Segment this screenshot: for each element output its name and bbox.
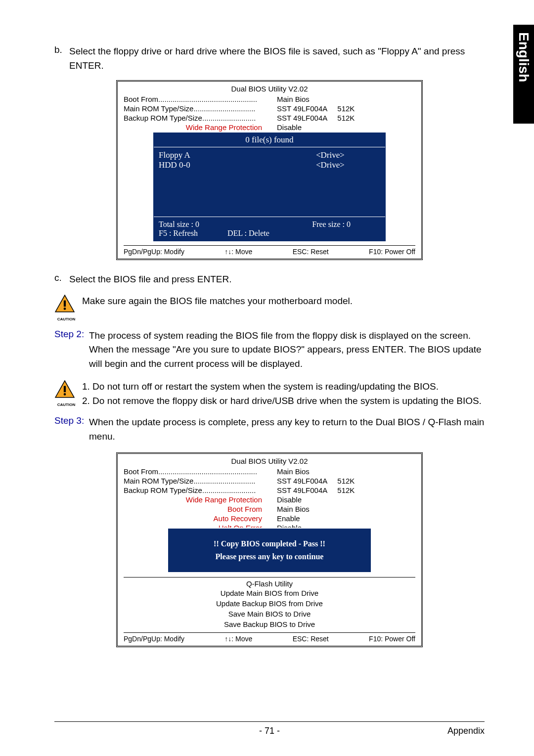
caution-icon: CAUTION bbox=[54, 294, 78, 321]
caution-label: CAUTION bbox=[54, 317, 78, 321]
bios-title: Dual BIOS Utility V2.02 bbox=[124, 85, 415, 93]
bios-footer: PgDn/PgUp: Modify ↑↓: Move ESC: Reset F1… bbox=[124, 632, 415, 643]
qflash-item[interactable]: Save Backup BIOS to Drive bbox=[124, 619, 415, 629]
drive-list-box: 0 file(s) found Floppy A HDD 0-0 <Drive>… bbox=[153, 133, 386, 241]
drive-type: <Drive> bbox=[316, 150, 380, 160]
footer-move[interactable]: ↑↓: Move bbox=[224, 635, 252, 643]
msg-line-2: Please press any key to continue bbox=[178, 552, 361, 561]
caution-text: Make sure again the BIOS file matches yo… bbox=[82, 294, 353, 309]
page-footer: - 71 - Appendix bbox=[54, 721, 485, 736]
main-rom-label: Main ROM Type/Size......................… bbox=[124, 477, 277, 485]
total-size: Total size : 0 bbox=[159, 220, 199, 229]
caution-line-2: 2. Do not remove the floppy disk or hard… bbox=[82, 394, 482, 408]
instruction-letter: c. bbox=[54, 272, 69, 287]
backup-rom-label: Backup ROM Type/Size....................… bbox=[124, 114, 277, 122]
instruction-b: b. Select the floppy drive or hard drive… bbox=[54, 44, 485, 73]
backup-rom-size: 512K bbox=[337, 486, 355, 494]
qflash-title: Q-Flash Utility bbox=[124, 577, 415, 588]
halt-error-label: Halt On Error bbox=[162, 524, 277, 528]
backup-rom-size: 512K bbox=[337, 114, 355, 122]
footer-f10[interactable]: F10: Power Off bbox=[369, 248, 415, 256]
msg-line-1: !! Copy BIOS completed - Pass !! bbox=[178, 539, 361, 548]
completion-message-box: !! Copy BIOS completed - Pass !! Please … bbox=[168, 529, 371, 572]
boot-from-opt-label: Boot From bbox=[162, 505, 277, 513]
step-text: When the update process is complete, pre… bbox=[89, 415, 485, 444]
del-delete[interactable]: DEL : Delete bbox=[227, 229, 269, 238]
bios-title: Dual BIOS Utility V2.02 bbox=[124, 457, 415, 465]
halt-error-value: Disable bbox=[277, 524, 302, 528]
step-label: Step 3: bbox=[54, 415, 89, 444]
drive-item[interactable]: HDD 0-0 bbox=[159, 160, 316, 170]
drive-item[interactable]: Floppy A bbox=[159, 150, 316, 160]
svg-rect-4 bbox=[64, 386, 66, 393]
step-3: Step 3: When the update process is compl… bbox=[54, 415, 485, 444]
auto-recovery-value: Enable bbox=[277, 514, 300, 523]
main-rom-value: SST 49LF004A bbox=[277, 477, 327, 485]
step-label: Step 2: bbox=[54, 329, 89, 371]
language-tab: English bbox=[513, 25, 534, 124]
free-size: Free size : 0 bbox=[312, 220, 351, 229]
main-rom-value: SST 49LF004A bbox=[277, 104, 327, 113]
qflash-item[interactable]: Save Main BIOS to Drive bbox=[124, 609, 415, 619]
main-rom-label: Main ROM Type/Size......................… bbox=[124, 104, 277, 113]
boot-from-opt-value: Main Bios bbox=[277, 505, 310, 513]
files-found-header: 0 file(s) found bbox=[154, 133, 385, 147]
instruction-letter: b. bbox=[54, 44, 69, 73]
auto-recovery-label: Auto Recovery bbox=[162, 514, 277, 523]
page-number: - 71 - bbox=[104, 726, 435, 736]
bios-footer: PgDn/PgUp: Modify ↑↓: Move ESC: Reset F1… bbox=[124, 245, 415, 256]
footer-move[interactable]: ↑↓: Move bbox=[224, 248, 252, 256]
bios-utility-box-2: Dual BIOS Utility V2.02 Boot From.......… bbox=[116, 452, 423, 647]
caution-icon: CAUTION bbox=[54, 380, 78, 407]
caution-2: CAUTION 1. Do not turn off or restart th… bbox=[54, 380, 485, 408]
boot-from-label: Boot From...............................… bbox=[124, 467, 277, 476]
svg-point-5 bbox=[64, 393, 66, 396]
footer-esc[interactable]: ESC: Reset bbox=[293, 635, 329, 643]
step-text: The process of system reading the BIOS f… bbox=[89, 329, 485, 371]
caution-label: CAUTION bbox=[54, 402, 78, 407]
boot-from-label: Boot From...............................… bbox=[124, 95, 277, 103]
step-2: Step 2: The process of system reading th… bbox=[54, 329, 485, 371]
footer-pgup[interactable]: PgDn/PgUp: Modify bbox=[124, 635, 184, 643]
instruction-text: Select the BIOS file and press ENTER. bbox=[69, 272, 231, 287]
backup-rom-value: SST 49LF004A bbox=[277, 114, 327, 122]
main-rom-size: 512K bbox=[337, 477, 355, 485]
drive-type: <Drive> bbox=[316, 160, 380, 170]
svg-rect-1 bbox=[64, 300, 66, 307]
qflash-item[interactable]: Update Main BIOS from Drive bbox=[124, 588, 415, 598]
footer-pgup[interactable]: PgDn/PgUp: Modify bbox=[124, 248, 184, 256]
caution-1: CAUTION Make sure again the BIOS file ma… bbox=[54, 294, 485, 321]
instruction-text: Select the floppy drive or hard drive wh… bbox=[69, 44, 485, 73]
footer-esc[interactable]: ESC: Reset bbox=[293, 248, 329, 256]
instruction-c: c. Select the BIOS file and press ENTER. bbox=[54, 272, 485, 287]
wide-range-value: Disable bbox=[277, 495, 302, 504]
caution-line-1: 1. Do not turn off or restart the system… bbox=[82, 380, 482, 394]
f5-refresh[interactable]: F5 : Refresh bbox=[159, 229, 198, 238]
backup-rom-label: Backup ROM Type/Size....................… bbox=[124, 486, 277, 494]
svg-point-2 bbox=[64, 308, 66, 310]
footer-f10[interactable]: F10: Power Off bbox=[369, 635, 415, 643]
backup-rom-value: SST 49LF004A bbox=[277, 486, 327, 494]
wide-range-label: Wide Range Protection bbox=[162, 123, 277, 132]
qflash-item[interactable]: Update Backup BIOS from Drive bbox=[124, 598, 415, 609]
main-rom-size: 512K bbox=[337, 104, 355, 113]
boot-from-value: Main Bios bbox=[277, 467, 415, 476]
bios-utility-box-1: Dual BIOS Utility V2.02 Boot From.......… bbox=[116, 80, 423, 260]
wide-range-value: Disable bbox=[277, 123, 302, 132]
boot-from-value: Main Bios bbox=[277, 95, 415, 103]
wide-range-label: Wide Range Protection bbox=[162, 495, 277, 504]
appendix-label: Appendix bbox=[435, 726, 485, 736]
